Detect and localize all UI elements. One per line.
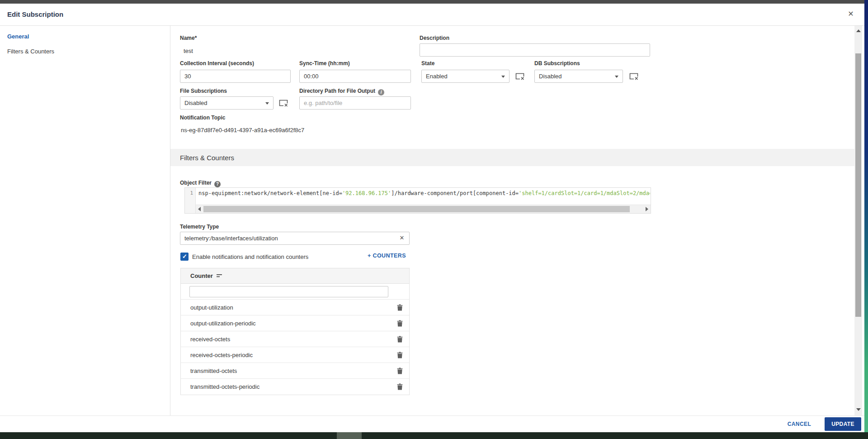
filter-icon[interactable] [217,274,222,278]
edit-subscription-dialog: Edit Subscription General Filters & Coun… [0,4,864,432]
scroll-down-arrow[interactable] [854,406,862,413]
close-icon[interactable] [846,10,855,19]
delete-icon[interactable] [397,320,403,327]
screen: Edit Subscription General Filters & Coun… [0,0,868,439]
dialog-title: Edit Subscription [7,10,63,18]
object-filter-label-text: Object Filter [180,180,212,186]
vertical-scrollbar-thumb[interactable] [855,53,861,317]
table-row: output-utilization-periodic [181,315,409,331]
counter-cell: received-octets-periodic [190,352,253,358]
dialog-footer: CANCEL UPDATE [0,415,864,432]
chevron-down-icon [265,102,269,105]
filters-counters-section-title: Filters & Counters [170,149,854,166]
sidebar: General Filters & Counters [0,26,170,415]
delete-icon[interactable] [397,352,403,358]
table-row: output-utilization [181,300,409,315]
scroll-left-arrow[interactable] [196,205,203,213]
notifications-checkbox-label: Enable notifications and notification co… [192,253,308,260]
table-row: transmitted-octets-periodic [181,379,409,395]
counter-cell: transmitted-octets [190,367,237,374]
counter-filter-input[interactable] [189,286,388,297]
horizontal-scrollbar[interactable] [196,205,651,213]
chevron-down-icon [615,76,618,78]
directory-path-input[interactable] [299,96,411,110]
description-input[interactable] [420,43,650,57]
counter-filter-row [181,284,409,300]
name-label: Name* [180,35,197,41]
counter-table: Counter output-utilization output-utiliz… [180,268,410,395]
cancel-button[interactable]: CANCEL [788,421,811,427]
db-subscriptions-label: DB Subscriptions [534,60,580,67]
delete-icon[interactable] [397,383,403,390]
directory-path-label-text: Directory Path for File Output [299,88,375,94]
counter-column-header-text: Counter [190,272,213,279]
notifications-checkbox[interactable] [180,253,189,261]
notification-topic-label: Notification Topic [180,115,225,121]
add-counters-button[interactable]: + COUNTERS [368,253,406,259]
description-label: Description [420,35,449,41]
horizontal-scrollbar-thumb[interactable] [203,206,630,212]
delete-icon[interactable] [397,367,403,374]
telemetry-type-label: Telemetry Type [180,224,219,230]
counter-column-header[interactable]: Counter [181,268,409,284]
delete-icon[interactable] [397,304,403,311]
state-select[interactable]: Enabled [421,70,509,83]
notification-topic-value: ns-eg-87d8f7e0-d491-4397-a91a-ec69a6f2f8… [181,127,304,134]
background-bottom-bar [0,432,868,439]
info-icon[interactable] [378,89,384,95]
table-row: transmitted-octets [181,363,409,379]
sync-time-input[interactable] [299,70,411,83]
db-subscriptions-select[interactable]: Disabled [534,70,623,83]
chevron-down-icon [501,76,505,78]
clear-selection-icon[interactable] [629,72,638,80]
line-number-gutter: 1 [185,188,196,213]
db-subscriptions-select-value: Disabled [539,73,562,80]
name-value: test [184,48,193,54]
object-filter-label: Object Filter [180,180,221,187]
counter-table-rows: output-utilization output-utilization-pe… [181,300,409,395]
background-bottom-segment [337,432,362,439]
collection-interval-label: Collection Interval (seconds) [180,60,254,67]
state-select-value: Enabled [426,73,448,80]
table-row: received-octets-periodic [181,347,409,363]
collection-interval-input[interactable] [180,70,291,83]
telemetry-type-field [180,232,410,245]
sidebar-item-filters-counters[interactable]: Filters & Counters [7,46,170,57]
counter-cell: received-octets [190,336,230,343]
update-button[interactable]: UPDATE [825,417,861,431]
table-row: received-octets [181,331,409,347]
object-filter-code-line[interactable]: nsp-equipment:network/network-element[ne… [196,188,650,200]
clear-selection-icon[interactable] [279,99,288,107]
file-subscriptions-select-value: Disabled [184,100,208,106]
scroll-up-arrow[interactable] [854,27,862,34]
help-icon[interactable] [214,181,221,187]
background-top-bar [0,0,864,4]
dialog-header: Edit Subscription [0,4,864,26]
counter-cell: output-utilization-periodic [190,320,256,327]
sync-time-label: Sync-Time (hh:mm) [299,60,350,67]
background-gradient-strip [864,0,868,432]
clear-x-icon[interactable] [398,234,406,242]
delete-icon[interactable] [397,336,403,343]
vertical-scrollbar[interactable] [854,26,862,415]
object-filter-editor[interactable]: 1 nsp-equipment:network/network-element[… [184,187,651,214]
state-label: State [421,60,434,67]
counter-cell: transmitted-octets-periodic [190,383,259,390]
directory-path-label: Directory Path for File Output [299,88,384,95]
counter-cell: output-utilization [190,304,233,311]
telemetry-type-input[interactable] [180,232,410,245]
clear-selection-icon[interactable] [515,72,524,80]
scroll-right-arrow[interactable] [643,205,651,213]
file-subscriptions-select[interactable]: Disabled [180,96,274,110]
sidebar-item-general[interactable]: General [7,31,170,42]
file-subscriptions-label: File Subscriptions [180,88,227,94]
